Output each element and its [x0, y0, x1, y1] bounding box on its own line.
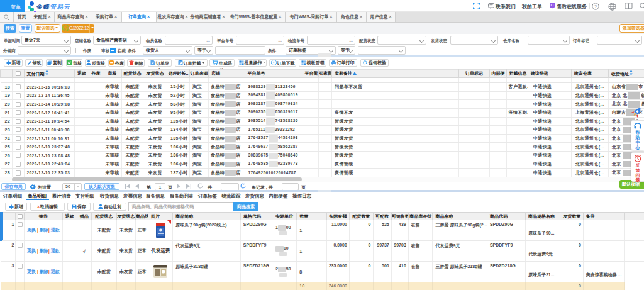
svg-text:?: ?: [594, 3, 597, 9]
